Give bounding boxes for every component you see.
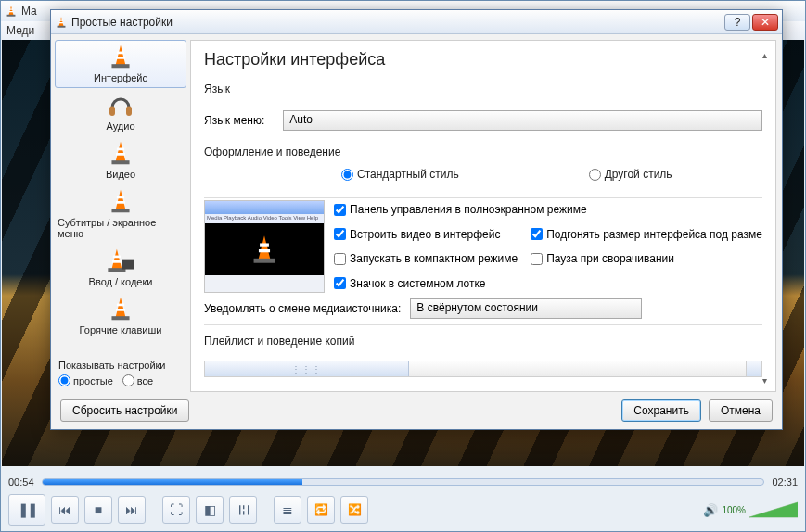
loop-button[interactable]	[307, 496, 335, 524]
pause-button[interactable]	[8, 494, 45, 526]
time-elapsed[interactable]: 00:54	[8, 476, 34, 488]
category-interface[interactable]: Интерфейс	[55, 40, 186, 88]
category-audio[interactable]: Аудио	[55, 88, 186, 136]
radio-native-style[interactable]: Стандартный стиль	[341, 168, 459, 181]
seek-slider[interactable]	[42, 478, 765, 486]
group-language: Язык	[204, 82, 762, 95]
group-look: Оформление и поведение	[204, 146, 762, 158]
close-button[interactable]: ✕	[752, 14, 778, 31]
cancel-button[interactable]: Отмена	[709, 399, 773, 422]
group-playlist: Плейлист и поведение копий	[204, 335, 762, 348]
cone-icon	[104, 43, 137, 70]
svg-rect-6	[109, 107, 115, 117]
language-select[interactable]: Auto	[283, 110, 762, 131]
checkbox-pause-minimize[interactable]: Пауза при сворачивании	[531, 249, 762, 269]
category-list: Интерфейс Аудио Видео Субтитры / экранно…	[51, 34, 190, 392]
category-label: Аудио	[106, 120, 134, 132]
controls-row: 100%	[8, 494, 798, 526]
category-label: Интерфейс	[94, 72, 147, 83]
checkbox-systray[interactable]: Значок в системном лотке	[334, 274, 762, 294]
language-label: Язык меню:	[204, 114, 264, 127]
category-subtitles[interactable]: Субтитры / экранное меню	[55, 184, 186, 244]
category-label: Горячие клавиши	[80, 324, 162, 336]
radio-simple[interactable]: простые	[58, 374, 113, 386]
extended-settings-button[interactable]	[196, 496, 224, 524]
time-total[interactable]: 02:31	[772, 476, 798, 488]
seek-row: 00:54 02:31	[8, 474, 798, 490]
interface-preview: Media Playback Audio Video Tools View He…	[204, 200, 325, 293]
dialog-titlebar[interactable]: Простые настройки ? ✕	[51, 10, 782, 34]
stop-button[interactable]	[84, 496, 112, 524]
help-button[interactable]: ?	[724, 14, 750, 31]
category-codecs[interactable]: Ввод / кодеки	[55, 244, 186, 292]
reset-button[interactable]: Сбросить настройки	[60, 399, 189, 422]
equalizer-button[interactable]	[229, 496, 257, 524]
dialog-footer: Сбросить настройки Сохранить Отмена	[51, 392, 782, 429]
checkbox-fullscreen-controller[interactable]: Панель управления в полноэкранном режиме	[334, 200, 762, 220]
preferences-dialog: Простые настройки ? ✕ Интерфейс Аудио Ви…	[50, 9, 783, 430]
notify-select[interactable]: В свёрнутом состоянии	[410, 298, 642, 319]
category-label: Ввод / кодеки	[89, 276, 153, 287]
cone-icon	[104, 295, 137, 323]
horizontal-scrollbar[interactable]: ⋮⋮⋮	[204, 361, 762, 377]
vlc-logo-icon	[5, 5, 18, 18]
previous-button[interactable]	[51, 496, 79, 524]
radio-all[interactable]: все	[122, 374, 153, 386]
vlc-logo-icon	[55, 16, 68, 29]
settings-content: ▴ ▾ Настройки интерфейса Язык Язык меню:…	[190, 40, 776, 392]
category-label: Субтитры / экранное меню	[58, 217, 184, 239]
scroll-up-icon[interactable]: ▴	[762, 50, 774, 60]
fullscreen-button[interactable]	[162, 496, 190, 524]
checkbox-minimal-view[interactable]: Запускать в компактном режиме	[334, 249, 521, 269]
volume-slider[interactable]	[749, 500, 798, 519]
category-label: Видео	[106, 169, 135, 180]
checkbox-resize-interface[interactable]: Подгонять размер интерфейса под разме	[531, 225, 762, 245]
scroll-down-icon[interactable]: ▾	[762, 375, 774, 386]
cone-icon	[104, 139, 137, 167]
category-hotkeys[interactable]: Горячие клавиши	[55, 292, 186, 340]
next-button[interactable]	[118, 496, 146, 524]
main-title: Ma	[21, 5, 37, 18]
svg-rect-8	[122, 260, 134, 270]
svg-rect-7	[126, 107, 132, 117]
playlist-button[interactable]	[274, 496, 301, 524]
shuffle-button[interactable]	[340, 496, 368, 524]
volume-percent: 100%	[722, 505, 746, 515]
page-title: Настройки интерфейса	[191, 41, 775, 75]
headphones-icon	[104, 91, 137, 119]
menu-media[interactable]: Меди	[6, 24, 34, 37]
radio-skin-style[interactable]: Другой стиль	[589, 168, 672, 181]
notify-label: Уведомлять о смене медиаисточника:	[204, 302, 401, 315]
save-button[interactable]: Сохранить	[621, 399, 701, 422]
checkbox-embed-video[interactable]: Встроить видео в интерфейс	[334, 225, 521, 245]
dialog-title: Простые настройки	[71, 16, 173, 29]
codecs-icon	[104, 247, 137, 274]
show-settings-group: Показывать настройки простые все	[55, 356, 186, 386]
cone-icon	[104, 187, 137, 215]
category-video[interactable]: Видео	[55, 136, 186, 184]
show-settings-title: Показывать настройки	[58, 360, 183, 371]
speaker-icon[interactable]	[703, 503, 718, 517]
